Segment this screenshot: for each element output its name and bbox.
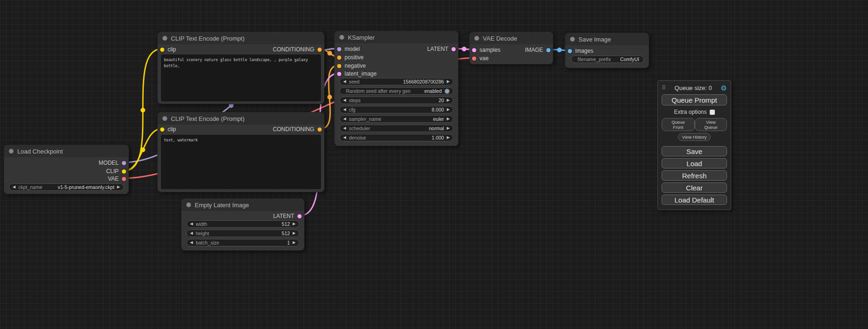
filename-prefix-widget[interactable]: filename_prefix ComfyUI (571, 56, 644, 63)
collapse-dot[interactable] (570, 37, 575, 42)
collapse-dot[interactable] (339, 35, 344, 40)
width-widget[interactable]: ◀ width 512 ▶ (186, 220, 299, 228)
latent-slot-dot-icon[interactable] (337, 72, 341, 76)
batch-size-widget[interactable]: ◀ batch_size 1 ▶ (186, 239, 299, 246)
clip-slot-dot-icon[interactable] (122, 169, 126, 174)
decrement-arrow-icon[interactable]: ◀ (13, 185, 15, 189)
sampler-name-widget[interactable]: ◀ sampler_name euler ▶ (339, 115, 453, 123)
queue-prompt-button[interactable]: Queue Prompt (662, 94, 727, 105)
node-title-bar[interactable]: KSampler (335, 31, 458, 43)
conditioning-slot-dot-icon[interactable] (318, 48, 322, 52)
node-title-bar[interactable]: CLIP Text Encode (Prompt) (158, 112, 324, 125)
increment-arrow-icon[interactable]: ▶ (293, 231, 296, 235)
latent-output-slot[interactable]: LATENT (273, 214, 302, 218)
node-empty-latent-image[interactable]: Empty Latent Image LATENT ◀ width 512 ▶ … (181, 198, 304, 251)
refresh-button[interactable]: Refresh (662, 170, 727, 181)
model-output-slot[interactable]: MODEL (99, 161, 126, 165)
increment-arrow-icon[interactable]: ▶ (447, 108, 450, 112)
vae-output-slot[interactable]: VAE (108, 176, 126, 181)
conditioning-slot-dot-icon[interactable] (337, 56, 341, 60)
decrement-arrow-icon[interactable]: ◀ (190, 231, 193, 235)
node-title-bar[interactable]: VAE Decode (470, 32, 553, 44)
samples-input-slot[interactable]: samples (472, 48, 501, 52)
image-slot-dot-icon[interactable] (568, 49, 572, 53)
latent-output-slot[interactable]: LATENT (427, 47, 456, 51)
decrement-arrow-icon[interactable]: ◀ (343, 80, 346, 84)
decrement-arrow-icon[interactable]: ◀ (190, 241, 193, 245)
decrement-arrow-icon[interactable]: ◀ (343, 98, 346, 102)
node-canvas[interactable]: Load Checkpoint MODEL CLIP VAE ◀ ckpt_na… (0, 0, 868, 329)
height-widget[interactable]: ◀ height 512 ▶ (186, 230, 299, 237)
load-button[interactable]: Load (662, 158, 727, 168)
steps-widget[interactable]: ◀ steps 20 ▶ (339, 97, 453, 104)
extra-options-checkbox[interactable] (710, 110, 715, 115)
latent-slot-dot-icon[interactable] (472, 48, 476, 52)
clip-input-slot[interactable]: clip (160, 127, 176, 132)
toggle-knob-icon[interactable] (445, 89, 450, 94)
decrement-arrow-icon[interactable]: ◀ (343, 117, 346, 121)
view-history-button[interactable]: View History (678, 133, 711, 141)
node-ksampler[interactable]: KSampler model LATENT positive negative … (334, 31, 459, 146)
increment-arrow-icon[interactable]: ▶ (293, 222, 296, 226)
increment-arrow-icon[interactable]: ▶ (447, 80, 450, 84)
seed-widget[interactable]: ◀ seed 156680208700286 ▶ (339, 78, 453, 85)
model-slot-dot-icon[interactable] (337, 47, 341, 51)
increment-arrow-icon[interactable]: ▶ (117, 185, 120, 189)
clip-output-slot[interactable]: CLIP (106, 169, 126, 174)
positive-input-slot[interactable]: positive (337, 55, 364, 60)
clip-input-slot[interactable]: clip (160, 47, 176, 52)
cfg-widget[interactable]: ◀ cfg 8.000 ▶ (339, 106, 453, 113)
denoise-widget[interactable]: ◀ denoise 1.000 ▶ (339, 134, 453, 141)
node-clip-text-encode-positive[interactable]: CLIP Text Encode (Prompt) clip CONDITION… (157, 32, 325, 104)
negative-prompt-input[interactable]: text, watermark (161, 135, 321, 189)
node-title-bar[interactable]: Save Image (565, 33, 649, 45)
node-clip-text-encode-negative[interactable]: CLIP Text Encode (Prompt) clip CONDITION… (157, 112, 325, 192)
decrement-arrow-icon[interactable]: ◀ (343, 126, 346, 130)
decrement-arrow-icon[interactable]: ◀ (190, 222, 193, 226)
clip-slot-dot-icon[interactable] (160, 127, 164, 132)
images-input-slot[interactable]: images (568, 49, 593, 53)
load-default-button[interactable]: Load Default (662, 195, 727, 205)
conditioning-slot-dot-icon[interactable] (337, 64, 341, 68)
positive-prompt-input[interactable]: beautiful scenery nature glass bottle la… (161, 55, 321, 101)
view-queue-button[interactable]: View Queue (695, 118, 727, 131)
node-title-bar[interactable]: CLIP Text Encode (Prompt) (158, 32, 324, 44)
queue-front-button[interactable]: Queue Front (662, 118, 695, 131)
collapse-dot[interactable] (474, 36, 479, 41)
node-vae-decode[interactable]: VAE Decode samples IMAGE vae (469, 32, 553, 64)
image-output-slot[interactable]: IMAGE (525, 48, 550, 52)
increment-arrow-icon[interactable]: ▶ (447, 136, 450, 140)
conditioning-output-slot[interactable]: CONDITIONING (273, 47, 322, 52)
decrement-arrow-icon[interactable]: ◀ (343, 108, 346, 112)
clip-slot-dot-icon[interactable] (160, 48, 164, 52)
collapse-dot[interactable] (162, 116, 167, 121)
model-input-slot[interactable]: model (337, 47, 360, 51)
node-title-bar[interactable]: Load Checkpoint (4, 145, 128, 157)
latent-slot-dot-icon[interactable] (452, 47, 456, 51)
negative-input-slot[interactable]: negative (337, 63, 366, 68)
model-slot-dot-icon[interactable] (122, 161, 126, 165)
save-button[interactable]: Save (662, 146, 727, 156)
latent-image-input-slot[interactable]: latent_image (337, 71, 377, 76)
decrement-arrow-icon[interactable]: ◀ (343, 136, 346, 140)
increment-arrow-icon[interactable]: ▶ (293, 241, 296, 245)
vae-slot-dot-icon[interactable] (122, 177, 126, 181)
increment-arrow-icon[interactable]: ▶ (447, 117, 450, 121)
increment-arrow-icon[interactable]: ▶ (447, 126, 450, 130)
node-save-image[interactable]: Save Image images filename_prefix ComfyU… (565, 33, 649, 68)
latent-slot-dot-icon[interactable] (297, 214, 302, 218)
drag-handle-icon[interactable]: ⠿ (662, 84, 666, 91)
vae-slot-dot-icon[interactable] (472, 56, 476, 61)
collapse-dot[interactable] (162, 36, 167, 41)
settings-gear-icon[interactable]: ⚙ (721, 84, 727, 91)
scheduler-widget[interactable]: ◀ scheduler normal ▶ (339, 125, 453, 132)
collapse-dot[interactable] (186, 203, 191, 207)
node-title-bar[interactable]: Empty Latent Image (182, 199, 304, 211)
image-slot-dot-icon[interactable] (546, 48, 550, 52)
conditioning-slot-dot-icon[interactable] (318, 127, 322, 132)
ckpt-name-widget[interactable]: ◀ ckpt_name v1-5-pruned-emaonly.ckpt ▶ (9, 183, 124, 191)
increment-arrow-icon[interactable]: ▶ (447, 98, 450, 102)
clear-button[interactable]: Clear (662, 182, 727, 193)
random-seed-toggle-widget[interactable]: Random seed after every gen enabled (339, 87, 453, 95)
collapse-dot[interactable] (9, 149, 14, 154)
